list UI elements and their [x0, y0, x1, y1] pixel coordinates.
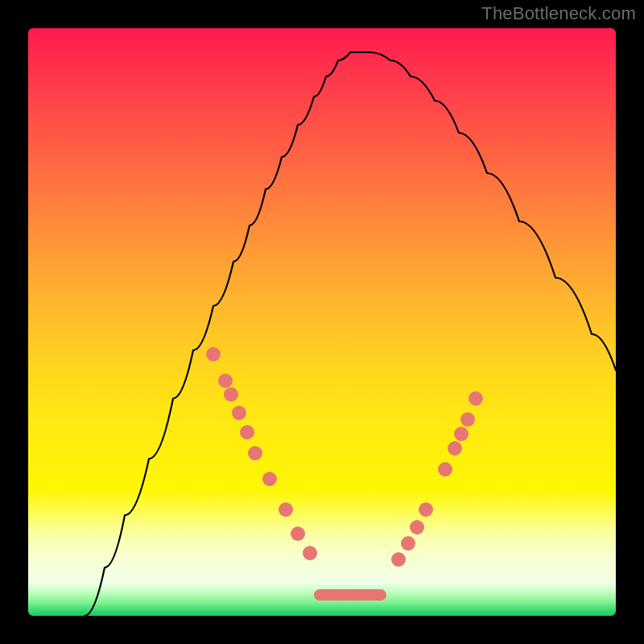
marker-dot — [401, 536, 415, 551]
marker-dot — [232, 406, 246, 420]
marker-dot — [410, 520, 424, 535]
marker-dot — [240, 425, 254, 440]
bottleneck-curve — [85, 52, 616, 616]
marker-dot — [438, 462, 452, 477]
chart-frame: TheBottleneck.com — [0, 0, 644, 644]
plot-area — [28, 28, 616, 616]
marker-dot — [248, 446, 262, 460]
watermark-text: TheBottleneck.com — [481, 3, 636, 24]
marker-dot — [206, 347, 221, 361]
marker-dot — [262, 472, 277, 486]
marker-dot — [391, 552, 406, 567]
marker-dot — [454, 427, 469, 441]
marker-dot — [448, 441, 462, 456]
marker-dot — [469, 391, 483, 406]
marker-dot — [419, 502, 433, 517]
marker-dot — [291, 526, 305, 541]
marker-dot — [218, 374, 233, 388]
marker-dot — [224, 387, 238, 402]
marker-dot — [279, 502, 293, 517]
marker-dot — [303, 546, 317, 560]
marker-dot — [460, 412, 475, 427]
chart-svg — [28, 28, 616, 616]
marker-dots — [206, 347, 483, 567]
